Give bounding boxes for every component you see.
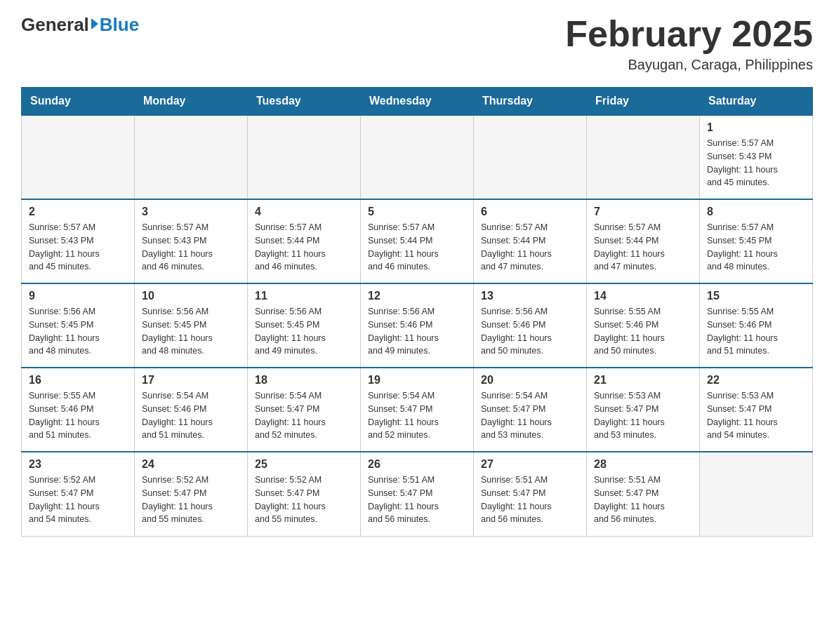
day-number: 10 [142,290,240,302]
calendar-cell: 22Sunrise: 5:53 AMSunset: 5:47 PMDayligh… [700,368,813,452]
week-row-1: 1Sunrise: 5:57 AMSunset: 5:43 PMDaylight… [22,115,813,199]
calendar-cell: 10Sunrise: 5:56 AMSunset: 5:45 PMDayligh… [135,283,248,368]
calendar-cell: 15Sunrise: 5:55 AMSunset: 5:46 PMDayligh… [700,283,813,368]
day-number: 21 [594,374,692,387]
calendar-cell: 28Sunrise: 5:51 AMSunset: 5:47 PMDayligh… [587,452,700,536]
logo-arrow-icon [91,18,98,29]
day-info: Sunrise: 5:53 AMSunset: 5:47 PMDaylight:… [594,389,692,442]
day-number: 19 [368,374,466,387]
weekday-header-friday: Friday [587,88,700,116]
day-info: Sunrise: 5:51 AMSunset: 5:47 PMDaylight:… [594,474,692,526]
weekday-header-row: SundayMondayTuesdayWednesdayThursdayFrid… [22,88,813,116]
calendar-cell [248,115,361,199]
day-number: 12 [368,290,466,302]
day-info: Sunrise: 5:57 AMSunset: 5:43 PMDaylight:… [142,221,240,274]
calendar-cell: 26Sunrise: 5:51 AMSunset: 5:47 PMDayligh… [361,452,474,536]
day-number: 5 [368,206,466,218]
calendar-table: SundayMondayTuesdayWednesdayThursdayFrid… [21,87,813,537]
weekday-header-monday: Monday [135,88,248,116]
day-number: 14 [594,290,692,302]
day-info: Sunrise: 5:52 AMSunset: 5:47 PMDaylight:… [255,474,353,526]
day-info: Sunrise: 5:55 AMSunset: 5:46 PMDaylight:… [707,305,805,358]
day-number: 16 [29,374,127,387]
day-number: 15 [707,290,805,302]
day-number: 6 [481,206,579,218]
calendar-cell: 1Sunrise: 5:57 AMSunset: 5:43 PMDaylight… [700,115,813,199]
calendar-cell: 3Sunrise: 5:57 AMSunset: 5:43 PMDaylight… [135,199,248,283]
day-number: 22 [707,374,805,387]
day-number: 25 [255,458,353,471]
calendar-cell: 14Sunrise: 5:55 AMSunset: 5:46 PMDayligh… [587,283,700,368]
weekday-header-tuesday: Tuesday [248,88,361,116]
logo-blue-part: Blue [89,14,139,36]
title-block: February 2025 Bayugan, Caraga, Philippin… [565,14,813,73]
calendar-cell: 27Sunrise: 5:51 AMSunset: 5:47 PMDayligh… [474,452,587,536]
calendar-cell: 24Sunrise: 5:52 AMSunset: 5:47 PMDayligh… [135,452,248,536]
calendar-cell: 9Sunrise: 5:56 AMSunset: 5:45 PMDaylight… [22,283,135,368]
calendar-cell: 12Sunrise: 5:56 AMSunset: 5:46 PMDayligh… [361,283,474,368]
logo-blue-text: Blue [100,14,139,36]
day-number: 28 [594,458,692,471]
calendar-cell: 25Sunrise: 5:52 AMSunset: 5:47 PMDayligh… [248,452,361,536]
calendar-cell: 21Sunrise: 5:53 AMSunset: 5:47 PMDayligh… [587,368,700,452]
day-info: Sunrise: 5:51 AMSunset: 5:47 PMDaylight:… [368,474,466,526]
week-row-5: 23Sunrise: 5:52 AMSunset: 5:47 PMDayligh… [22,452,813,536]
calendar-cell: 23Sunrise: 5:52 AMSunset: 5:47 PMDayligh… [22,452,135,536]
day-info: Sunrise: 5:56 AMSunset: 5:45 PMDaylight:… [255,305,353,358]
day-number: 13 [481,290,579,302]
calendar-title: February 2025 [565,14,813,54]
day-number: 7 [594,206,692,218]
calendar-cell: 18Sunrise: 5:54 AMSunset: 5:47 PMDayligh… [248,368,361,452]
day-info: Sunrise: 5:54 AMSunset: 5:47 PMDaylight:… [368,389,466,442]
day-number: 8 [707,206,805,218]
day-info: Sunrise: 5:57 AMSunset: 5:44 PMDaylight:… [255,221,353,274]
day-number: 24 [142,458,240,471]
day-info: Sunrise: 5:56 AMSunset: 5:45 PMDaylight:… [29,305,127,358]
day-number: 1 [707,121,805,134]
weekday-header-thursday: Thursday [474,88,587,116]
day-info: Sunrise: 5:56 AMSunset: 5:46 PMDaylight:… [368,305,466,358]
day-info: Sunrise: 5:57 AMSunset: 5:43 PMDaylight:… [707,137,805,189]
day-info: Sunrise: 5:53 AMSunset: 5:47 PMDaylight:… [707,389,805,442]
day-number: 2 [29,206,127,218]
week-row-4: 16Sunrise: 5:55 AMSunset: 5:46 PMDayligh… [22,368,813,452]
day-info: Sunrise: 5:57 AMSunset: 5:44 PMDaylight:… [481,221,579,274]
calendar-cell: 7Sunrise: 5:57 AMSunset: 5:44 PMDaylight… [587,199,700,283]
calendar-cell: 19Sunrise: 5:54 AMSunset: 5:47 PMDayligh… [361,368,474,452]
day-info: Sunrise: 5:51 AMSunset: 5:47 PMDaylight:… [481,474,579,526]
week-row-2: 2Sunrise: 5:57 AMSunset: 5:43 PMDaylight… [22,199,813,283]
day-info: Sunrise: 5:54 AMSunset: 5:46 PMDaylight:… [142,389,240,442]
day-number: 17 [142,374,240,387]
week-row-3: 9Sunrise: 5:56 AMSunset: 5:45 PMDaylight… [22,283,813,368]
calendar-cell: 4Sunrise: 5:57 AMSunset: 5:44 PMDaylight… [248,199,361,283]
day-number: 18 [255,374,353,387]
day-number: 20 [481,374,579,387]
day-number: 3 [142,206,240,218]
calendar-cell: 8Sunrise: 5:57 AMSunset: 5:45 PMDaylight… [700,199,813,283]
day-info: Sunrise: 5:57 AMSunset: 5:45 PMDaylight:… [707,221,805,274]
day-info: Sunrise: 5:57 AMSunset: 5:43 PMDaylight:… [29,221,127,274]
weekday-header-wednesday: Wednesday [361,88,474,116]
calendar-cell: 11Sunrise: 5:56 AMSunset: 5:45 PMDayligh… [248,283,361,368]
day-info: Sunrise: 5:54 AMSunset: 5:47 PMDaylight:… [481,389,579,442]
day-number: 23 [29,458,127,471]
calendar-cell: 2Sunrise: 5:57 AMSunset: 5:43 PMDaylight… [22,199,135,283]
calendar-cell: 6Sunrise: 5:57 AMSunset: 5:44 PMDaylight… [474,199,587,283]
calendar-cell: 13Sunrise: 5:56 AMSunset: 5:46 PMDayligh… [474,283,587,368]
logo-general-text: General [21,14,89,36]
calendar-cell [135,115,248,199]
day-info: Sunrise: 5:55 AMSunset: 5:46 PMDaylight:… [594,305,692,358]
calendar-cell: 17Sunrise: 5:54 AMSunset: 5:46 PMDayligh… [135,368,248,452]
calendar-cell [474,115,587,199]
calendar-cell [700,452,813,536]
day-info: Sunrise: 5:56 AMSunset: 5:45 PMDaylight:… [142,305,240,358]
calendar-cell: 16Sunrise: 5:55 AMSunset: 5:46 PMDayligh… [22,368,135,452]
page-header: General Blue February 2025 Bayugan, Cara… [21,14,813,73]
calendar-cell [587,115,700,199]
calendar-cell [22,115,135,199]
calendar-cell [361,115,474,199]
day-info: Sunrise: 5:57 AMSunset: 5:44 PMDaylight:… [368,221,466,274]
day-number: 9 [29,290,127,302]
day-info: Sunrise: 5:52 AMSunset: 5:47 PMDaylight:… [142,474,240,526]
calendar-cell: 5Sunrise: 5:57 AMSunset: 5:44 PMDaylight… [361,199,474,283]
